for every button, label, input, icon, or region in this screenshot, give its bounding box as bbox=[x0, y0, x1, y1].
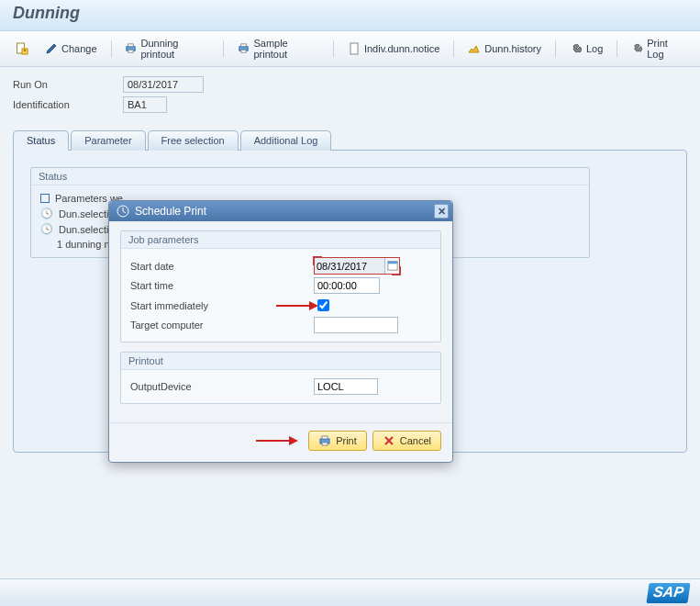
svg-marker-15 bbox=[289, 436, 298, 445]
target-computer-input[interactable] bbox=[314, 317, 398, 333]
pencil-icon bbox=[45, 42, 58, 55]
history-icon bbox=[468, 42, 481, 55]
indiv-dunn-notice-button[interactable]: Indiv.dunn.notice bbox=[341, 39, 446, 58]
date-picker-button[interactable] bbox=[384, 258, 399, 274]
run-on-input[interactable] bbox=[123, 76, 204, 93]
clock-icon: 🕓 bbox=[40, 208, 53, 219]
dunning-printout-button[interactable]: Dunning printout bbox=[118, 35, 216, 62]
printout-group: Printout OutputDevice bbox=[120, 352, 441, 404]
change-button-label: Change bbox=[61, 43, 97, 54]
svg-rect-4 bbox=[128, 50, 134, 52]
tab-status[interactable]: Status bbox=[13, 130, 69, 151]
tab-additional-log[interactable]: Additional Log bbox=[240, 130, 332, 151]
start-time-input[interactable] bbox=[314, 277, 380, 294]
svg-rect-8 bbox=[350, 43, 358, 54]
log-label: Log bbox=[586, 43, 603, 54]
toolbar-separator bbox=[333, 40, 334, 57]
dialog-close-button[interactable]: ✕ bbox=[434, 204, 449, 219]
printer-icon bbox=[318, 434, 331, 447]
tool-icon bbox=[570, 42, 583, 55]
start-date-label: Start date bbox=[130, 261, 314, 272]
identification-label: Identification bbox=[13, 99, 123, 110]
print-button[interactable]: Print bbox=[308, 431, 367, 451]
cancel-icon bbox=[383, 434, 395, 447]
toolbar-separator bbox=[453, 40, 454, 57]
calendar-icon bbox=[387, 260, 398, 273]
tab-parameter[interactable]: Parameter bbox=[71, 130, 145, 151]
cancel-button-label: Cancel bbox=[400, 435, 431, 446]
change-button[interactable]: Change bbox=[39, 39, 104, 58]
schedule-print-dialog: Schedule Print ✕ Job parameters Start da… bbox=[108, 200, 453, 463]
clock-icon: 🕓 bbox=[40, 223, 53, 235]
indiv-dunn-notice-label: Indiv.dunn.notice bbox=[364, 43, 439, 54]
run-on-label: Run On bbox=[13, 79, 123, 90]
toolbar-separator bbox=[223, 40, 224, 57]
status-group-title: Status bbox=[31, 168, 589, 185]
tab-free-selection[interactable]: Free selection bbox=[148, 130, 239, 151]
document-icon bbox=[348, 42, 361, 55]
new-entry-button[interactable] bbox=[9, 39, 35, 58]
print-log-button[interactable]: Print Log bbox=[625, 35, 691, 62]
log-button[interactable]: Log bbox=[563, 39, 609, 58]
dunn-history-button[interactable]: Dunn.history bbox=[461, 39, 548, 58]
sample-printout-button[interactable]: Sample printout bbox=[231, 35, 326, 62]
identification-input[interactable] bbox=[123, 96, 167, 113]
dialog-title: Schedule Print bbox=[135, 205, 206, 218]
toolbar-separator bbox=[617, 40, 617, 57]
svg-rect-17 bbox=[322, 436, 328, 439]
job-parameters-group: Job parameters Start date Start time bbox=[120, 230, 441, 342]
start-immediately-checkbox[interactable] bbox=[317, 299, 329, 311]
svg-rect-18 bbox=[322, 443, 328, 445]
sap-logo: SAP bbox=[647, 583, 691, 603]
output-device-label: OutputDevice bbox=[130, 381, 314, 392]
dunning-printout-label: Dunning printout bbox=[140, 38, 209, 60]
app-toolbar: Change Dunning printout Sample printout … bbox=[0, 31, 700, 67]
svg-marker-13 bbox=[309, 301, 318, 310]
document-new-icon bbox=[16, 42, 28, 55]
run-on-row: Run On bbox=[13, 76, 687, 93]
sample-printout-label: Sample printout bbox=[253, 38, 319, 60]
status-bar: SAP bbox=[0, 578, 700, 606]
start-time-label: Start time bbox=[130, 280, 314, 291]
title-bar: Dunning bbox=[0, 0, 700, 31]
cancel-button[interactable]: Cancel bbox=[372, 431, 441, 451]
svg-rect-7 bbox=[241, 50, 247, 52]
toolbar-separator bbox=[555, 40, 556, 57]
printer-icon bbox=[125, 42, 137, 55]
close-icon: ✕ bbox=[438, 206, 446, 218]
target-computer-label: Target computer bbox=[130, 320, 314, 331]
printer-icon bbox=[238, 42, 250, 55]
page-title: Dunning bbox=[13, 4, 687, 23]
dialog-button-bar: Print Cancel bbox=[109, 422, 452, 462]
start-date-field bbox=[314, 257, 400, 275]
red-arrow-annotation bbox=[254, 434, 298, 447]
square-icon bbox=[40, 194, 50, 203]
job-parameters-title: Job parameters bbox=[121, 231, 440, 249]
svg-rect-11 bbox=[387, 261, 396, 264]
printout-title: Printout bbox=[121, 353, 440, 370]
print-button-label: Print bbox=[336, 435, 357, 446]
identification-row: Identification bbox=[13, 96, 687, 113]
svg-rect-3 bbox=[128, 44, 134, 47]
dunn-history-label: Dunn.history bbox=[484, 43, 541, 54]
tool-icon bbox=[631, 42, 643, 55]
red-arrow-annotation bbox=[274, 299, 318, 312]
toolbar-separator bbox=[111, 40, 112, 57]
output-device-input[interactable] bbox=[314, 378, 378, 395]
start-date-input[interactable] bbox=[315, 258, 384, 274]
dialog-title-bar: Schedule Print ✕ bbox=[109, 201, 452, 221]
print-log-label: Print Log bbox=[647, 38, 684, 60]
tab-strip: Status Parameter Free selection Addition… bbox=[13, 129, 687, 150]
execute-icon bbox=[117, 205, 129, 218]
svg-rect-6 bbox=[241, 44, 247, 47]
